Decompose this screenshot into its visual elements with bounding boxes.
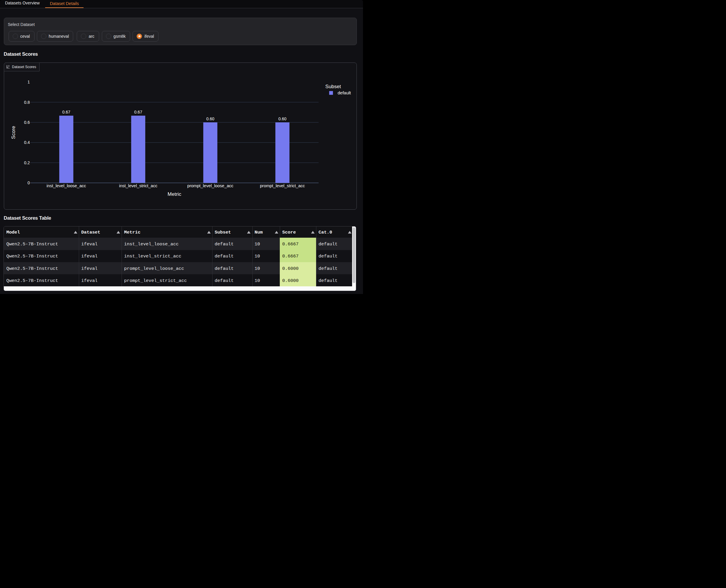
- svg-text:0.67: 0.67: [134, 110, 142, 114]
- svg-text:inst_level_strict_acc: inst_level_strict_acc: [119, 184, 157, 188]
- svg-text:0.6: 0.6: [24, 120, 30, 125]
- svg-text:0.2: 0.2: [24, 161, 30, 165]
- svg-text:0: 0: [27, 181, 30, 185]
- svg-text:1: 1: [27, 80, 30, 84]
- svg-text:inst_level_loose_acc: inst_level_loose_acc: [46, 184, 86, 188]
- svg-text:prompt_level_loose_acc: prompt_level_loose_acc: [187, 184, 233, 188]
- svg-text:Metric: Metric: [167, 191, 181, 197]
- svg-text:0.60: 0.60: [206, 117, 214, 121]
- svg-text:0.4: 0.4: [24, 140, 30, 145]
- svg-text:Score: Score: [10, 126, 16, 139]
- svg-text:0.8: 0.8: [24, 100, 30, 105]
- svg-text:default: default: [338, 90, 351, 95]
- svg-text:0.67: 0.67: [62, 110, 70, 114]
- svg-text:prompt_level_strict_acc: prompt_level_strict_acc: [260, 184, 305, 188]
- svg-text:0.60: 0.60: [278, 117, 286, 121]
- svg-text:Subset: Subset: [325, 84, 341, 89]
